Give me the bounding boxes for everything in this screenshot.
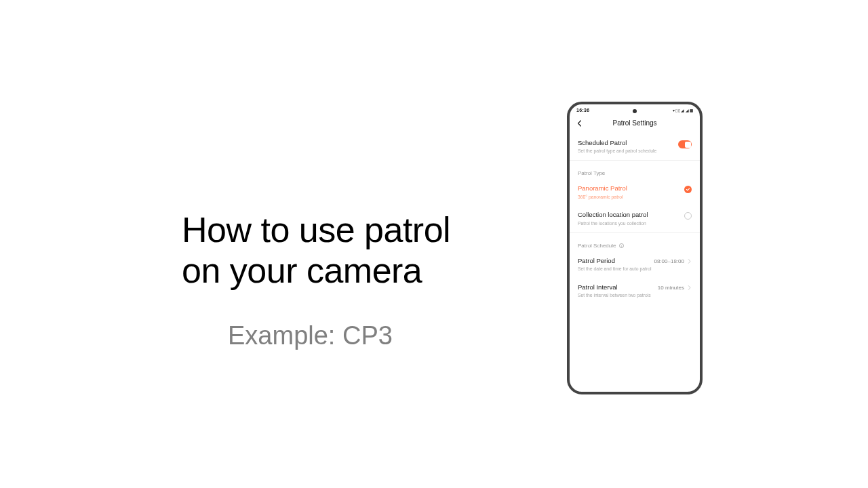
title-line-1: How to use patrol (182, 210, 450, 249)
scheduled-toggle[interactable] (678, 140, 692, 148)
radio-unchecked-icon (684, 212, 692, 220)
row-patrol-interval[interactable]: Patrol Interval Set the interval between… (570, 278, 700, 304)
slide-subtitle: Example: CP3 (228, 321, 450, 350)
nav-bar: Patrol Settings (570, 114, 700, 134)
collection-sub: Patrol the locations you collection (578, 221, 684, 227)
radio-checked-icon (684, 186, 692, 193)
slide-text-block: How to use patrol on your camera Example… (182, 210, 450, 350)
chevron-right-icon (687, 285, 692, 291)
interval-title: Patrol Interval (578, 283, 658, 291)
section-header-schedule: Patrol Schedule i (570, 233, 700, 251)
status-icons: ▾ ▯ ▯ ◢ ◢ ▮▮ (673, 108, 693, 113)
row-panoramic-patrol[interactable]: Panoramic Patrol 360° panoramic patrol (570, 179, 700, 205)
back-icon[interactable] (576, 120, 583, 127)
slide-title: How to use patrol on your camera (182, 210, 450, 291)
status-time: 16:36 (576, 108, 589, 113)
period-value: 08:00–18:00 (654, 258, 685, 264)
row-patrol-period[interactable]: Patrol Period Set the date and time for … (570, 251, 700, 278)
row-scheduled-patrol: Scheduled Patrol Set the patrol type and… (570, 134, 700, 161)
chevron-right-icon (687, 258, 692, 264)
panoramic-sub: 360° panoramic patrol (578, 195, 684, 201)
panoramic-title: Panoramic Patrol (578, 184, 684, 192)
title-line-2: on your camera (182, 251, 422, 290)
info-icon[interactable]: i (619, 243, 624, 248)
interval-value: 10 minutes (658, 285, 684, 291)
scheduled-sub: Set the patrol type and patrol schedule (578, 148, 678, 155)
collection-title: Collection location patrol (578, 211, 684, 219)
phone-mockup: 16:36 ▾ ▯ ▯ ◢ ◢ ▮▮ Patrol Settings Sched… (567, 102, 703, 394)
schedule-header-text: Patrol Schedule (578, 243, 616, 249)
interval-sub: Set the interval between two patrols (578, 293, 658, 299)
status-bar: 16:36 ▾ ▯ ▯ ◢ ◢ ▮▮ (570, 104, 700, 114)
row-collection-patrol[interactable]: Collection location patrol Patrol the lo… (570, 205, 700, 232)
scheduled-title: Scheduled Patrol (578, 139, 678, 147)
nav-title: Patrol Settings (576, 119, 693, 127)
period-sub: Set the date and time for auto patrol (578, 266, 654, 272)
section-header-type: Patrol Type (570, 161, 700, 179)
period-title: Patrol Period (578, 257, 654, 265)
